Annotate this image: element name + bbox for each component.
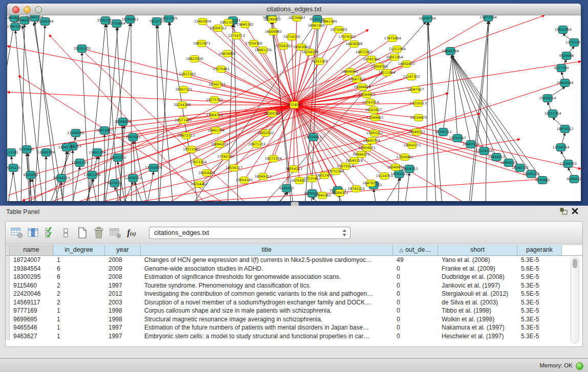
network-node[interactable]: 18981276 [254, 47, 271, 54]
cell-in_degree[interactable]: 1 [53, 315, 105, 324]
network-node[interactable]: 22403074 [194, 18, 211, 25]
network-node[interactable]: 9329966 [559, 52, 574, 60]
network-node[interactable]: 20672113 [178, 133, 194, 139]
network-node[interactable]: 17554901 [396, 154, 413, 161]
network-node[interactable]: 22280902 [264, 16, 280, 23]
cell-in_degree[interactable]: 6 [53, 265, 105, 273]
network-node[interactable]: 21812182 [179, 71, 195, 78]
network-node[interactable]: 13216113 [409, 100, 426, 107]
cell-title[interactable]: Genome-wide association studies in ADHD. [141, 265, 393, 273]
network-node[interactable]: 21211504 [388, 46, 405, 53]
network-node[interactable]: 16549212 [408, 129, 425, 136]
column-header-year[interactable]: year [105, 245, 141, 255]
network-node[interactable]: 18239647 [288, 15, 305, 21]
cell-in_degree[interactable]: 2 [53, 281, 105, 290]
network-node[interactable]: 9245012 [567, 176, 581, 183]
column-header-short[interactable]: short [438, 245, 517, 255]
network-node[interactable]: 16648794 [442, 48, 459, 55]
cell-name[interactable]: 9463627 [10, 332, 53, 341]
network-window-titlebar[interactable]: citations_edges.txt [7, 4, 581, 15]
network-node[interactable]: 16424005 [219, 51, 235, 57]
cell-short[interactable]: de Silva et al. (2003) [438, 298, 517, 307]
table-settings-icon[interactable] [10, 225, 24, 240]
cell-year[interactable]: 1997 [105, 332, 141, 341]
cell-pagerank[interactable]: 5.3E-5 [517, 323, 562, 332]
network-node[interactable]: 16156276 [301, 49, 318, 56]
network-node[interactable]: 18422030 [186, 56, 203, 62]
network-node[interactable]: 16584312 [331, 190, 348, 196]
network-node[interactable]: 15958214 [539, 95, 556, 102]
minimize-window-icon[interactable] [24, 6, 31, 13]
network-node[interactable]: 20996573 [353, 151, 369, 158]
network-node[interactable]: 16754021 [291, 178, 308, 184]
cell-name[interactable]: 19384554 [10, 265, 53, 273]
cell-title[interactable]: Estimation of the future numbers of pati… [141, 323, 393, 332]
table-row[interactable]: 1456911722003Disruption of a novel membe… [6, 298, 582, 307]
cell-title[interactable]: Corpus callosum shape and size in male p… [141, 307, 393, 315]
network-node[interactable]: 15272152 [206, 97, 223, 103]
cell-pagerank[interactable]: 5.5E-5 [517, 290, 562, 298]
network-node[interactable]: 16436586 [345, 41, 362, 48]
network-node[interactable]: 21247332 [403, 74, 420, 80]
cell-title[interactable]: Structural magnetic resonance image aver… [141, 315, 393, 324]
network-node[interactable]: 15493212 [366, 130, 383, 137]
cell-short[interactable]: Nakamura et al. (1997) [438, 323, 517, 332]
network-node[interactable]: 19812673 [193, 40, 210, 47]
cell-pagerank[interactable]: 5.3E-5 [517, 332, 562, 341]
column-header-name[interactable]: name [10, 245, 53, 255]
cell-name[interactable]: 9777169 [10, 307, 53, 315]
network-node[interactable]: 16251329 [311, 58, 328, 65]
network-node[interactable]: 15124753 [376, 173, 393, 180]
cell-out_de[interactable]: 0 [393, 281, 438, 290]
network-node[interactable]: 17475904 [384, 35, 401, 42]
cell-name[interactable]: 9115460 [10, 281, 53, 290]
network-node[interactable]: 17979103 [338, 34, 355, 40]
network-canvas[interactable]: 1863809920360972193431782105833417903297… [7, 15, 581, 201]
cell-year[interactable]: 1998 [105, 315, 141, 324]
network-node[interactable]: 18094233 [211, 141, 228, 148]
table-row[interactable]: 911546021997Tourette syndrome. Phenomeno… [6, 281, 582, 290]
network-node[interactable]: 18791907 [449, 135, 466, 142]
cell-title[interactable]: Embryonic stem cells: a model to study s… [141, 332, 393, 341]
network-node[interactable]: 16008862 [265, 29, 281, 35]
network-node[interactable]: 18785342 [363, 56, 380, 63]
cell-year[interactable]: 2009 [105, 265, 141, 273]
cell-in_degree[interactable]: 1 [53, 332, 105, 341]
network-node[interactable]: 17104153 [559, 160, 576, 168]
network-node[interactable]: 19272154 [265, 156, 281, 162]
network-node[interactable]: 18302022 [257, 130, 274, 137]
show-columns-icon[interactable] [26, 225, 40, 240]
network-node[interactable]: 9133391 [7, 149, 18, 157]
cell-name[interactable]: 18300295 [10, 273, 53, 281]
network-node[interactable]: 15872104 [480, 15, 496, 21]
network-node[interactable]: 15724105 [283, 34, 300, 40]
table-row[interactable]: 1872400712008Changes of HCN gene express… [6, 256, 582, 265]
network-node[interactable]: 9425012 [107, 180, 122, 187]
network-node[interactable]: 20732625 [330, 27, 347, 33]
table-row[interactable]: 977716911998Corpus callosum shape and si… [6, 307, 582, 315]
cell-name[interactable]: 22420046 [10, 290, 53, 298]
cell-pagerank[interactable]: 5.6E-5 [517, 265, 562, 273]
network-node[interactable]: 18495754 [363, 138, 380, 144]
network-node[interactable]: 20535170 [73, 45, 90, 53]
cell-out_de[interactable]: 0 [393, 290, 438, 298]
network-node[interactable]: 16606842 [341, 69, 358, 75]
column-header-out_de[interactable]: △out_de… [393, 245, 438, 255]
cell-short[interactable]: Tibbo et al. (1998) [438, 307, 517, 315]
table-row[interactable]: 946362711997Embryonic stem cells: a mode… [6, 332, 582, 341]
network-node[interactable]: 16047427 [407, 86, 424, 93]
cell-year[interactable]: 2012 [105, 290, 141, 298]
network-node[interactable]: 17654145 [235, 177, 252, 184]
scrollbar-thumb[interactable] [573, 259, 577, 268]
cell-in_degree[interactable]: 2 [53, 290, 105, 298]
network-node[interactable]: 18545732 [511, 164, 528, 172]
network-node[interactable]: 16491734 [207, 127, 224, 134]
cell-year[interactable]: 2008 [105, 256, 141, 265]
network-node[interactable]: 20154208 [173, 102, 190, 108]
close-window-icon[interactable] [12, 6, 19, 13]
network-node[interactable]: 15645182 [236, 21, 253, 28]
network-node[interactable]: 19154675 [410, 115, 427, 121]
network-node[interactable]: 8339545 [19, 146, 34, 154]
network-node[interactable]: 13164615 [358, 92, 375, 98]
cell-pagerank[interactable]: 5.3E-5 [517, 256, 562, 265]
